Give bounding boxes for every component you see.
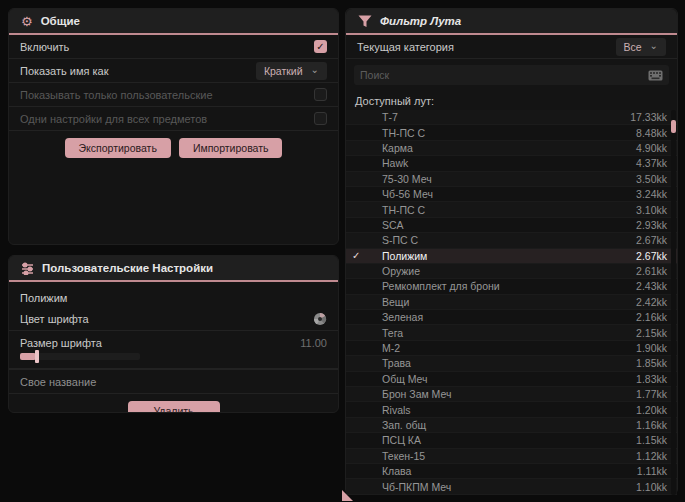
loot-row[interactable]: 75-30 Меч 3.50kk (346, 172, 677, 187)
loot-row[interactable]: Ремкомплект для брони 2.43kk (346, 279, 677, 294)
font-color-label: Цвет шрифта (20, 313, 89, 325)
loot-item-name: Трава (368, 357, 636, 369)
font-size-slider[interactable] (20, 353, 140, 360)
same-settings-row: Одни настройки для всех предметов (9, 107, 338, 131)
palette-icon[interactable] (313, 312, 327, 326)
loot-row[interactable]: ТН-ПС С 8.48kk (346, 125, 677, 140)
search-input[interactable] (360, 69, 642, 81)
loot-item-value: 2.15kk (636, 327, 667, 339)
loot-item-name: Вещи (368, 296, 636, 308)
resize-grip[interactable] (342, 490, 353, 501)
chevron-down-icon: ⌄ (311, 65, 319, 75)
same-settings-label: Одни настройки для всех предметов (20, 113, 207, 125)
loot-row[interactable]: Чб-ПКПМ Меч 1.10kk (346, 479, 677, 494)
custom-name-input[interactable] (20, 376, 327, 388)
loot-item-name: ТН-ПС С (368, 204, 636, 216)
import-button[interactable]: Импортировать (179, 138, 283, 158)
font-size-slider-thumb[interactable] (35, 350, 39, 363)
enable-label: Включить (20, 41, 69, 53)
general-panel-header: ⚙ Общие (9, 9, 338, 35)
general-panel: ⚙ Общие Включить ✓ Показать имя как Крат… (8, 8, 339, 245)
loot-list-scrollbar[interactable] (671, 110, 676, 495)
loot-item-value: 2.61kk (636, 265, 667, 277)
show-name-label: Показать имя как (20, 65, 109, 77)
loot-row[interactable]: ✓ Полижим 2.67kk (346, 249, 677, 264)
loot-filter-title: Фильтр Лута (380, 15, 461, 27)
loot-list: Т-7 17.33kk ТН-ПС С 8.48kk Карма 4.90kk … (346, 110, 677, 495)
loot-item-value: 3.10kk (636, 204, 667, 216)
loot-item-name: Тега (368, 327, 636, 339)
loot-item-name: Rivals (368, 404, 636, 416)
font-color-row: Цвет шрифта (9, 308, 338, 331)
funnel-icon (358, 15, 372, 28)
selected-item-name: Полижим (9, 282, 338, 308)
loot-item-value: 1.11kk (637, 465, 667, 477)
loot-item-value: 2.42kk (636, 296, 667, 308)
font-size-label: Размер шрифта (20, 337, 102, 349)
loot-item-value: 1.12kk (636, 450, 667, 462)
category-dropdown-value: Все (624, 41, 642, 53)
category-row: Текущая категория Все ⌄ (346, 35, 677, 59)
loot-row[interactable]: М-2 1.90kk (346, 341, 677, 356)
loot-item-value: 1.83kk (636, 373, 667, 385)
loot-row[interactable]: ПСЦ КА 1.15kk (346, 433, 677, 448)
loot-row[interactable]: Rivals 1.20kk (346, 402, 677, 417)
loot-item-name: Чб-ПКПМ Меч (368, 481, 636, 493)
loot-item-value: 1.20kk (636, 404, 667, 416)
loot-item-value: 1.10kk (636, 481, 667, 493)
custom-settings-title: Пользовательские Настройки (42, 262, 213, 274)
loot-item-name: Общ Меч (368, 373, 636, 385)
show-name-dropdown[interactable]: Краткий ⌄ (256, 62, 327, 80)
loot-item-value: 2.93kk (636, 219, 667, 231)
loot-item-name: Зеленая (368, 311, 636, 323)
loot-item-value: 4.37kk (636, 157, 667, 169)
delete-button[interactable]: Удалить (128, 401, 220, 413)
font-size-value: 11.00 (300, 337, 327, 349)
loot-filter-panel: Фильтр Лута Текущая категория Все ⌄ (345, 8, 678, 495)
loot-row[interactable]: Трава 1.85kk (346, 356, 677, 371)
loot-item-value: 4.90kk (636, 142, 667, 154)
loot-row[interactable]: Клава 1.11kk (346, 464, 677, 479)
loot-row[interactable]: Зап. общ 1.16kk (346, 418, 677, 433)
loot-row[interactable]: Текен-15 1.12kk (346, 449, 677, 464)
same-settings-checkbox[interactable] (314, 112, 327, 125)
loot-row[interactable]: Тега 2.15kk (346, 325, 677, 340)
loot-list-scrollbar-thumb[interactable] (671, 120, 676, 133)
gear-icon: ⚙ (21, 15, 33, 28)
loot-row[interactable]: Зеленая 2.16kk (346, 310, 677, 325)
loot-item-value: 3.24kk (636, 188, 667, 200)
loot-item-name: М-2 (368, 342, 636, 354)
loot-item-value: 1.77kk (636, 388, 667, 400)
only-custom-checkbox[interactable] (314, 88, 327, 101)
loot-item-name: Оружие (368, 265, 636, 277)
loot-item-value: 2.43kk (636, 280, 667, 292)
loot-item-value: 1.15kk (636, 434, 667, 446)
loot-item-name: ПСЦ КА (368, 434, 636, 446)
loot-row[interactable]: S-ПС С 2.67kk (346, 233, 677, 248)
loot-row[interactable]: Т-7 17.33kk (346, 110, 677, 125)
loot-item-name: Полижим (368, 250, 636, 262)
loot-item-name: Ремкомплект для брони (368, 280, 636, 292)
loot-row[interactable]: Общ Меч 1.83kk (346, 372, 677, 387)
loot-row[interactable]: Оружие 2.61kk (346, 264, 677, 279)
font-size-slider-fill (20, 353, 36, 360)
loot-row[interactable]: Карма 4.90kk (346, 141, 677, 156)
check-icon: ✓ (352, 250, 364, 261)
loot-row[interactable]: SCA 2.93kk (346, 218, 677, 233)
category-dropdown[interactable]: Все ⌄ (616, 38, 666, 56)
loot-item-value: 17.33kk (630, 111, 667, 123)
loot-row[interactable]: Вещи 2.42kk (346, 295, 677, 310)
delete-row: Удалить (9, 394, 338, 413)
loot-item-name: SCA (368, 219, 636, 231)
custom-name-row (9, 369, 338, 394)
loot-row[interactable]: Брон Зам Меч 1.77kk (346, 387, 677, 402)
enable-checkbox[interactable]: ✓ (314, 40, 327, 53)
loot-row[interactable]: Чб-56 Меч 3.24kk (346, 187, 677, 202)
loot-item-value: 2.67kk (636, 250, 667, 262)
loot-row[interactable]: Hawk 4.37kk (346, 156, 677, 171)
keyboard-icon[interactable] (648, 70, 663, 81)
loot-row[interactable]: ТН-ПС С 3.10kk (346, 202, 677, 217)
available-loot-label: Доступный лут: (346, 91, 677, 110)
export-button[interactable]: Экспортировать (65, 138, 171, 158)
loot-item-name: Клава (368, 465, 637, 477)
